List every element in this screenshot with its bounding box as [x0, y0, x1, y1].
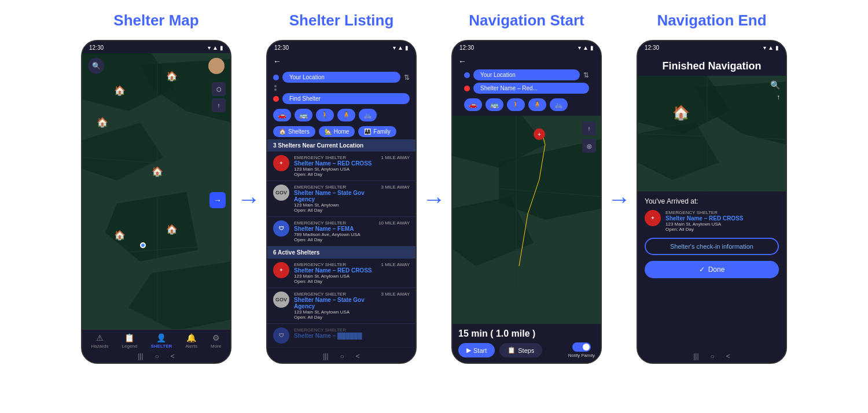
shelter-info-5: EMERGENCY SHELTER Shelter Name – State G… — [294, 292, 377, 320]
family-icon: 👨‍👩‍👧 — [364, 128, 371, 135]
shelter-item-1[interactable]: + EMERGENCY SHELTER Shelter Name – RED C… — [267, 152, 415, 181]
android-home[interactable]: ○ — [155, 352, 159, 360]
start-button[interactable]: ▶ Start — [458, 343, 495, 357]
nav-back-arrow[interactable]: ← — [458, 57, 466, 66]
screen-title-4: Navigation End — [657, 12, 766, 30]
screens-row: Shelter Map 12:30 ▾ ▲ ▮ — [17, 12, 851, 364]
arrived-shelter-icon-map: 🏠 — [672, 105, 690, 121]
arrow-3: → — [608, 186, 631, 212]
nav-from-input[interactable]: Your Location — [473, 69, 580, 80]
shelter-type-2: EMERGENCY SHELTER — [294, 185, 377, 190]
shelter-type-5: EMERGENCY SHELTER — [294, 292, 377, 297]
nav-transport-bike[interactable]: 🚲 — [550, 98, 568, 111]
transport-bike[interactable]: 🚲 — [359, 109, 377, 121]
screen-title-1: Shelter Map — [113, 12, 198, 30]
done-label: Done — [708, 266, 725, 274]
nav-to-dot — [464, 86, 470, 91]
filter-family[interactable]: 👨‍👩‍👧 Family — [358, 126, 396, 137]
android-back-2[interactable]: < — [356, 352, 360, 360]
checkin-button[interactable]: Shelter's check-in information — [645, 238, 779, 255]
done-button[interactable]: ✓ Done — [645, 261, 779, 278]
nav-compass[interactable]: ↑ — [582, 121, 596, 135]
transport-car[interactable]: 🚗 — [273, 109, 291, 121]
nav-shelter[interactable]: 👤 SHELTER — [151, 333, 172, 349]
shelter-dist-2: 3 MILE AWAY — [381, 185, 410, 190]
phone-frame-4: 12:30 ▾ ▲ ▮ Finished Navigation — [637, 40, 787, 364]
nav-alerts[interactable]: 🔔 Alerts — [185, 333, 197, 349]
nav-swap-btn[interactable]: ⇅ — [583, 71, 589, 79]
screen-col-2: Shelter Listing 12:30 ▾ ▲ ▮ ← — [266, 12, 417, 364]
family-label: Family — [373, 128, 390, 135]
location-dot — [140, 242, 146, 248]
back-arrow[interactable]: ← — [273, 57, 281, 66]
search-circle[interactable]: 🔍 — [88, 58, 104, 74]
nav-map-area[interactable]: + ↑ ◎ — [453, 116, 601, 350]
divider-dots — [273, 85, 410, 91]
arrived-shelter-logo: + — [645, 210, 661, 226]
nav-target[interactable]: ◎ — [582, 139, 596, 153]
shelter-item-3[interactable]: 🛡 EMERGENCY SHELTER Shelter Name – FEMA … — [267, 217, 415, 246]
signal-icon: ▲ — [212, 45, 218, 51]
shelter-icon-6: 🏠 — [166, 224, 178, 235]
toggle-switch[interactable] — [572, 342, 591, 352]
hazards-label: Hazards — [91, 344, 109, 349]
route-inputs: Your Location ⇅ Find Shelter — [267, 69, 415, 106]
android-back-4[interactable]: < — [726, 352, 730, 360]
filter-home[interactable]: 🏡 Home — [319, 126, 355, 137]
shelters-icon: 🏠 — [279, 128, 286, 135]
nav-transport-bus[interactable]: 🚌 — [486, 98, 503, 111]
screen-title-3: Navigation Start — [469, 12, 584, 30]
user-avatar[interactable] — [208, 58, 225, 74]
to-input[interactable]: Find Shelter — [282, 93, 410, 104]
swap-btn[interactable]: ⇅ — [404, 73, 410, 82]
android-home-2[interactable]: ○ — [340, 352, 344, 360]
done-check-icon: ✓ — [699, 266, 705, 274]
arrived-shelter-details: + EMERGENCY SHELTER Shelter Name – RED C… — [645, 210, 779, 232]
layers-btn[interactable]: ⬡ — [212, 82, 226, 96]
time-4: 12:30 — [645, 45, 659, 51]
status-icons-1: ▾ ▲ ▮ — [208, 45, 223, 51]
route-to-row: Find Shelter — [273, 93, 410, 104]
shelter-addr-1: 123 Main St, Anytown USA — [294, 167, 377, 172]
transport-walk[interactable]: 🚶 — [316, 109, 334, 121]
nav-transport-walk[interactable]: 🚶 — [507, 98, 525, 111]
shelter-item-5[interactable]: GOV EMERGENCY SHELTER Shelter Name – Sta… — [267, 288, 415, 324]
arrived-map[interactable]: 🏠 🔍 ↑ — [638, 76, 786, 191]
nav-transport-accessible[interactable]: 🧍 — [528, 98, 546, 111]
notify-toggle[interactable]: Notify Family — [568, 342, 595, 358]
android-menu[interactable]: ||| — [138, 352, 143, 360]
arrow-1-container: → — [231, 186, 266, 212]
shelter-item-2[interactable]: GOV EMERGENCY SHELTER Shelter Name – Sta… — [267, 181, 415, 217]
shelter-open-3: Open: All Day — [294, 237, 374, 242]
nav-more[interactable]: ⚙ More — [211, 333, 221, 349]
transport-row: 🚗 🚌 🚶 🧍 🚲 — [267, 106, 415, 124]
nav-hazards[interactable]: ⚠ Hazards — [91, 333, 109, 349]
nav-legend[interactable]: 📋 Legend — [122, 333, 138, 349]
map-nav-button[interactable]: → — [209, 192, 226, 208]
nav-to-input[interactable]: Shelter Name – Red... — [473, 83, 589, 94]
arrow-1: → — [237, 186, 260, 212]
android-menu-2[interactable]: ||| — [323, 352, 328, 360]
filter-shelters[interactable]: 🏠 Shelters — [273, 126, 315, 137]
android-back[interactable]: < — [171, 352, 175, 360]
nav-transport-car[interactable]: 🚗 — [464, 98, 482, 111]
shelter-nav-label: SHELTER — [151, 344, 172, 349]
transport-bus[interactable]: 🚌 — [295, 109, 312, 121]
shelter-item-4[interactable]: + EMERGENCY SHELTER Shelter Name – RED C… — [267, 259, 415, 288]
steps-button[interactable]: 📋 Steps — [499, 343, 542, 357]
wifi-icon-4: ▾ — [763, 45, 766, 51]
shelter-dist-1: 1 MILE AWAY — [381, 155, 410, 160]
status-icons-3: ▾ ▲ ▮ — [578, 45, 594, 51]
compass-btn[interactable]: ↑ — [212, 98, 226, 112]
arrived-compass[interactable]: ↑ — [777, 93, 780, 101]
shelter-icon-4: 🏠 — [152, 166, 163, 177]
transport-accessible[interactable]: 🧍 — [337, 109, 355, 121]
nav-end-content: Finished Navigation 🏠 — [638, 53, 786, 350]
shelter-name-2: Shelter Name – State Gov Agency — [294, 190, 377, 202]
status-icons-4: ▾ ▲ ▮ — [763, 45, 779, 51]
map-area-1[interactable]: 🔍 🏠 🏠 🏠 🏠 🏠 🏠 ⬡ ↑ — [82, 53, 230, 329]
from-input[interactable]: Your Location — [282, 72, 400, 83]
android-home-4[interactable]: ○ — [711, 352, 715, 360]
android-menu-4[interactable]: ||| — [693, 352, 698, 360]
arrived-search-icon[interactable]: 🔍 — [770, 80, 780, 90]
